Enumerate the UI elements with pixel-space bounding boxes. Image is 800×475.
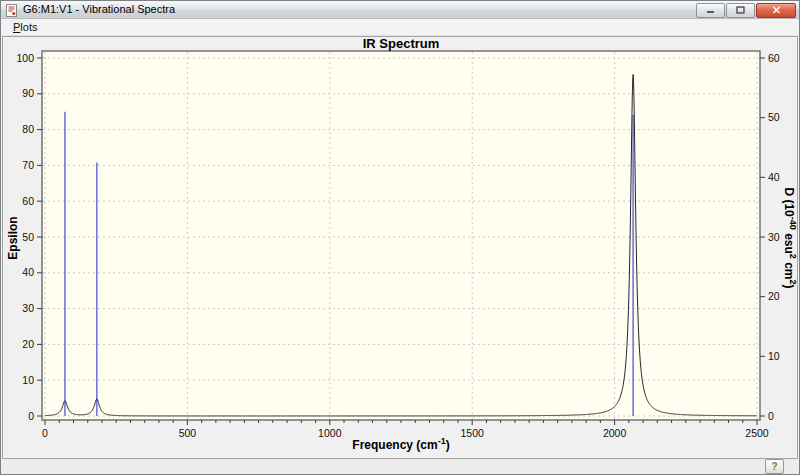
y-right-axis-title: D (10-40 esu2 cm2) [782,187,797,288]
svg-text:0: 0 [28,410,34,422]
svg-text:1500: 1500 [461,427,485,439]
svg-text:90: 90 [22,87,34,99]
svg-text:40: 40 [22,266,34,278]
close-button[interactable] [756,3,796,18]
app-icon [5,3,18,16]
svg-text:40: 40 [768,171,780,183]
svg-text:0: 0 [768,410,774,422]
close-icon [772,6,781,14]
statusbar: ? [1,459,799,474]
svg-text:20: 20 [768,290,780,302]
svg-text:20: 20 [22,338,34,350]
menu-plots-label-rest: lots [20,21,37,33]
svg-text:50: 50 [22,231,34,243]
chart-title: IR Spectrum [363,37,440,51]
menu-plots[interactable]: Plots [7,20,43,34]
svg-text:500: 500 [179,427,197,439]
svg-text:60: 60 [768,52,780,64]
svg-text:100: 100 [16,52,34,64]
x-axis-title: Frequency (cm-1) [352,436,449,452]
maximize-icon [736,6,745,14]
svg-text:0: 0 [42,427,48,439]
minimize-icon [706,6,715,14]
titlebar: G6:M1:V1 - Vibrational Spectra [1,1,799,19]
plot-area[interactable] [42,51,760,420]
maximize-button[interactable] [726,3,755,18]
svg-text:60: 60 [22,195,34,207]
help-button[interactable]: ? [765,459,784,474]
svg-text:80: 80 [22,123,34,135]
svg-text:50: 50 [768,111,780,123]
svg-text:10: 10 [768,350,780,362]
y-left-axis-title: Epsilon [6,216,20,259]
ir-spectrum-chart[interactable]: 0500100015002000250001020304050607080901… [3,37,797,458]
window-title: G6:M1:V1 - Vibrational Spectra [23,1,696,18]
window-controls [696,3,796,18]
window: G6:M1:V1 - Vibrational Spectra Plots 05 [0,0,800,475]
menubar: Plots [1,19,799,36]
svg-text:30: 30 [768,231,780,243]
svg-text:30: 30 [22,302,34,314]
svg-text:10: 10 [22,374,34,386]
chart-panel: 0500100015002000250001020304050607080901… [2,36,798,459]
svg-text:1000: 1000 [318,427,342,439]
minimize-button[interactable] [696,3,725,18]
help-question-icon: ? [771,461,777,472]
svg-text:2000: 2000 [603,427,627,439]
svg-text:70: 70 [22,159,34,171]
svg-text:2500: 2500 [745,427,769,439]
